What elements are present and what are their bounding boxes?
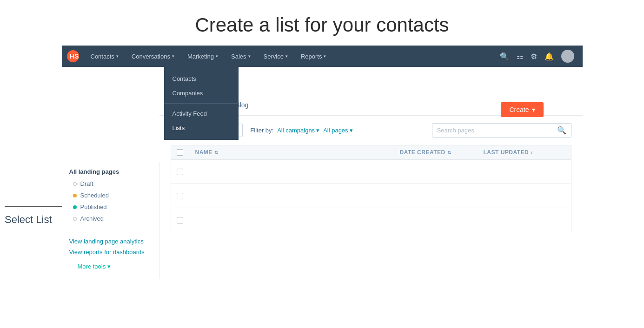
landing-pages-sidebar: All landing pages Draft Scheduled Publis… [62,162,159,279]
nav-sales[interactable]: Sales ▾ [225,46,257,67]
dropdown-item-companies[interactable]: Companies [164,86,239,100]
table-row [171,208,571,232]
chevron-down-icon: ▾ [316,127,319,134]
contacts-dropdown: Contacts Companies Activity Feed Lists [164,67,239,140]
nav-marketing[interactable]: Marketing ▾ [181,46,225,67]
row-checkbox-input[interactable] [177,193,183,199]
navbar: HS Contacts ▾ Conversations ▾ Marketing … [62,46,583,67]
search-input[interactable] [437,127,554,134]
filter-by-label: Filter by: [250,127,273,134]
col-last-updated[interactable]: LAST UPDATED ↓ [478,149,571,156]
notifications-icon[interactable]: 🔔 [544,52,554,61]
dropdown-item-lists[interactable]: Lists [164,121,239,135]
search-box: 🔍 [432,123,571,138]
sidebar-item-scheduled[interactable]: Scheduled [62,190,159,201]
nav-contacts[interactable]: Contacts ▾ [84,46,125,67]
create-button[interactable]: Create ▾ [501,102,543,117]
chevron-down-icon: ▾ [324,54,326,59]
sidebar-section: All landing pages Draft Scheduled Publis… [62,162,159,228]
archived-dot [73,217,77,221]
select-all-checkbox[interactable] [177,149,183,156]
chevron-down-icon: ▾ [116,54,119,59]
hubspot-logo[interactable]: HS [66,49,80,64]
table-row [171,160,571,184]
chevron-down-icon: ▾ [532,106,535,113]
draft-dot [73,182,77,186]
page-title: Create a list for your contacts [0,0,644,46]
chevron-down-icon: ▾ [285,54,288,59]
sidebar-heading: All landing pages [62,165,159,178]
all-pages-filter[interactable]: All pages ▾ [323,127,352,134]
nav-right-icons: 🔍 ⚏ ⚙ 🔔 [500,50,579,63]
nav-reports[interactable]: Reports ▾ [294,46,333,67]
table-row [171,184,571,208]
chevron-down-icon: ▾ [350,127,353,134]
table-header: NAME ⇅ DATE CREATED ⇅ LAST UPDATED ↓ [171,145,571,160]
scheduled-dot [73,194,77,197]
row-checkbox-input[interactable] [177,217,183,223]
dropdown-item-activity-feed[interactable]: Activity Feed [164,106,239,121]
row-checkbox [171,193,190,199]
sort-icon-active: ↓ [531,150,533,155]
col-name[interactable]: NAME ⇅ [190,149,394,156]
view-analytics-link[interactable]: View landing page analytics [69,238,152,245]
dropdown-item-contacts[interactable]: Contacts [164,72,239,86]
table-container: NAME ⇅ DATE CREATED ⇅ LAST UPDATED ↓ [159,145,583,232]
sidebar-item-archived[interactable]: Archived [62,213,159,224]
search-icon: 🔍 [557,126,566,135]
published-dot [73,205,77,209]
dropdown-divider [164,103,239,104]
grid-icon[interactable]: ⚏ [517,52,523,61]
chevron-down-icon: ▾ [107,263,111,270]
chevron-down-icon: ▾ [248,54,251,59]
row-checkbox [171,217,190,223]
sidebar-links: View landing page analytics View reports… [62,232,159,279]
view-reports-link[interactable]: View reports for dashboards [69,249,152,256]
chevron-down-icon: ▾ [216,54,218,59]
all-campaigns-filter[interactable]: All campaigns ▾ [277,127,319,134]
sort-icon: ⇅ [214,150,219,155]
svg-text:HS: HS [70,52,79,60]
row-checkbox-input[interactable] [177,169,183,175]
avatar[interactable] [561,50,574,63]
settings-icon[interactable]: ⚙ [531,52,537,61]
sidebar-item-draft[interactable]: Draft [62,178,159,190]
nav-conversations[interactable]: Conversations ▾ [125,46,181,67]
sidebar-item-published[interactable]: Published [62,201,159,213]
search-icon[interactable]: 🔍 [500,52,509,61]
row-checkbox [171,169,190,175]
sort-icon: ⇅ [447,150,451,155]
nav-service[interactable]: Service ▾ [257,46,294,67]
select-list-annotation: Select List [5,214,52,226]
more-tools-button[interactable]: More tools ▾ [69,259,152,274]
chevron-down-icon: ▾ [172,54,174,59]
col-date-created[interactable]: DATE CREATED ⇅ [394,149,478,156]
nav-items: Contacts ▾ Conversations ▾ Marketing ▾ S… [84,46,500,67]
col-checkbox [171,149,190,156]
